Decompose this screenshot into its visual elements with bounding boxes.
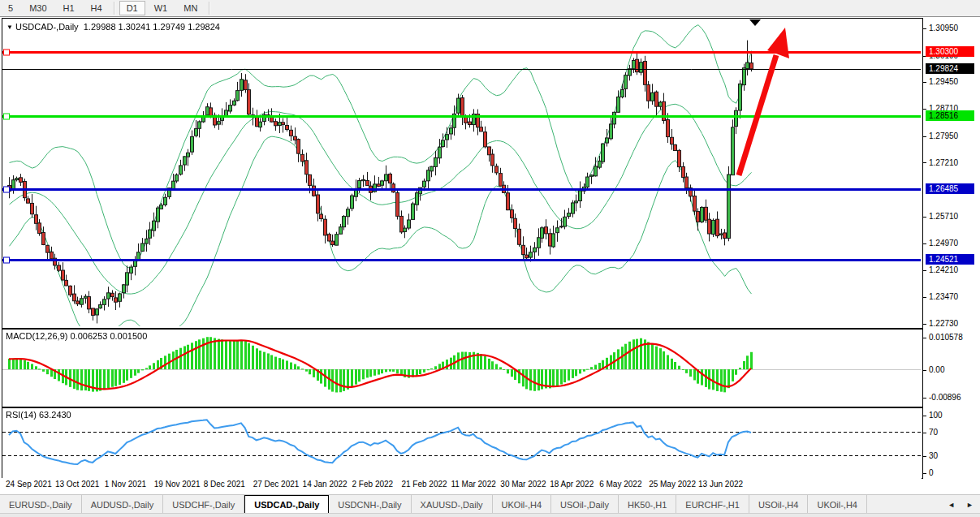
date-axis-label: 27 Dec 2021 bbox=[253, 480, 300, 489]
timeframe-button-5[interactable]: 5 bbox=[1, 1, 20, 15]
date-axis-label: 30 Mar 2022 bbox=[500, 480, 546, 489]
rsi-axis-tick: 30 bbox=[922, 451, 938, 460]
timeframe-button-mn[interactable]: MN bbox=[176, 1, 205, 15]
timeframe-toolbar: 5M30H1H4D1W1MN bbox=[0, 0, 980, 17]
date-axis-label: 1 Nov 2021 bbox=[105, 480, 146, 489]
date-axis-label: 14 Jan 2022 bbox=[303, 480, 348, 489]
price-badge: 1.24521 bbox=[926, 254, 974, 265]
price-badge: 1.28516 bbox=[926, 110, 974, 121]
macd-label: MACD(12,26,9) 0.006253 0.001500 bbox=[6, 331, 147, 341]
rsi-axis-tick: 0 bbox=[922, 468, 934, 477]
macd-name: MACD(12,26,9) bbox=[6, 331, 67, 341]
tab-eurchfh1[interactable]: EURCHF-,H1 bbox=[676, 495, 749, 514]
tab-usdcaddaily[interactable]: USDCAD-,Daily bbox=[244, 495, 329, 514]
price-axis[interactable]: 1.309501.301901.294501.287101.279501.272… bbox=[922, 0, 980, 517]
tab-hk50h1[interactable]: HK50-,H1 bbox=[619, 495, 676, 514]
toolbar-separator bbox=[209, 2, 210, 15]
price-axis-tick: 1.27950 bbox=[922, 131, 958, 140]
toolbar-separator bbox=[114, 2, 115, 15]
macd-axis-tick: -0.00896 bbox=[922, 393, 961, 402]
price-axis-tick: 1.27210 bbox=[922, 158, 958, 167]
date-axis-label: 13 Jun 2022 bbox=[698, 480, 743, 489]
chart-ohlc-values: 1.29988 1.30241 1.29749 1.29824 bbox=[84, 22, 220, 32]
rsi-value: 63.2430 bbox=[39, 410, 71, 420]
timeframe-button-h1[interactable]: H1 bbox=[56, 1, 82, 15]
rsi-axis-tick: 100 bbox=[922, 411, 943, 420]
price-badge: 1.26485 bbox=[926, 183, 974, 194]
tab-usoildaily[interactable]: USOil-,Daily bbox=[551, 495, 619, 514]
timeframe-button-d1[interactable]: D1 bbox=[119, 1, 145, 15]
price-axis-tick: 1.23470 bbox=[922, 292, 958, 301]
date-axis-label: 6 May 2022 bbox=[599, 480, 641, 489]
price-axis-tick: 1.25710 bbox=[922, 212, 958, 221]
price-axis-tick: 1.30950 bbox=[922, 24, 958, 32]
rsi-name: RSI(14) bbox=[6, 410, 37, 420]
timeframe-button-h4[interactable]: H4 bbox=[84, 1, 110, 15]
chart-dropdown-icon[interactable]: ▼ bbox=[6, 24, 13, 31]
date-axis-label: 19 Nov 2021 bbox=[154, 480, 201, 489]
rsi-label: RSI(14) 63.2430 bbox=[6, 410, 71, 420]
tab-audusddaily[interactable]: AUDUSD-,Daily bbox=[82, 495, 164, 514]
tab-scroll-left-icon[interactable]: ◄ bbox=[948, 501, 955, 509]
price-badge: 1.29824 bbox=[926, 63, 974, 74]
date-axis-label: 21 Feb 2022 bbox=[401, 480, 447, 489]
date-axis[interactable]: 24 Sep 202113 Oct 20211 Nov 202119 Nov 2… bbox=[0, 478, 922, 493]
macd-axis-tick: 0.010578 bbox=[922, 333, 963, 342]
date-axis-label: 13 Oct 2021 bbox=[55, 480, 99, 489]
tab-usdchfdaily[interactable]: USDCHF-,Daily bbox=[163, 495, 244, 514]
date-axis-label: 11 Mar 2022 bbox=[451, 480, 495, 489]
rsi-axis-tick: 70 bbox=[922, 428, 938, 437]
date-axis-label: 25 May 2022 bbox=[649, 480, 696, 489]
price-badge: 1.30300 bbox=[926, 46, 974, 57]
tab-eurusddaily[interactable]: EURUSD-,Daily bbox=[0, 495, 82, 514]
timeframe-button-m30[interactable]: M30 bbox=[22, 1, 54, 15]
tab-ukoilh4[interactable]: UKOil-,H4 bbox=[808, 495, 867, 514]
tab-usoilh4[interactable]: USOil-,H4 bbox=[749, 495, 809, 514]
mt4-window: 5M30H1H4D1W1MN ▼ USDCAD-,Daily 1.29988 1… bbox=[0, 0, 980, 517]
trend-arrow-annotation[interactable] bbox=[723, 19, 800, 182]
macd-value-main: 0.006253 bbox=[70, 331, 107, 341]
tab-scroll-right-icon[interactable]: ► bbox=[966, 501, 974, 509]
price-axis-tick: 1.24970 bbox=[922, 239, 958, 248]
symbol-tab-bar: EURUSD-,DailyAUDUSD-,DailyUSDCHF-,DailyU… bbox=[0, 494, 980, 514]
date-axis-label: 8 Dec 2021 bbox=[204, 480, 245, 489]
date-axis-label: 2 Feb 2022 bbox=[352, 480, 394, 489]
price-axis-tick: 1.24210 bbox=[922, 265, 958, 274]
timeframe-button-w1[interactable]: W1 bbox=[147, 1, 175, 15]
chart-title-symbol: USDCAD-,Daily bbox=[15, 22, 79, 32]
price-axis-tick: 1.22730 bbox=[922, 319, 958, 328]
rsi-canvas[interactable] bbox=[2, 408, 921, 476]
date-axis-label: 24 Sep 2021 bbox=[6, 480, 52, 489]
price-axis-tick: 1.29450 bbox=[922, 77, 958, 86]
window-bottom-strip bbox=[0, 513, 980, 517]
tab-xauusddaily[interactable]: XAUUSD-,Daily bbox=[412, 495, 493, 514]
chart-title: ▼ USDCAD-,Daily 1.29988 1.30241 1.29749 … bbox=[6, 22, 220, 32]
tab-ukoilh4[interactable]: UKOil-,H4 bbox=[493, 495, 552, 514]
macd-value-signal: 0.001500 bbox=[110, 331, 147, 341]
macd-axis-tick: 0.00 bbox=[922, 365, 944, 374]
rsi-panel[interactable] bbox=[2, 407, 923, 479]
tab-scrollers: ◄► bbox=[948, 495, 980, 514]
tab-usdcnhdaily[interactable]: USDCNH-,Daily bbox=[329, 495, 411, 514]
date-axis-label: 18 Apr 2022 bbox=[550, 480, 594, 489]
